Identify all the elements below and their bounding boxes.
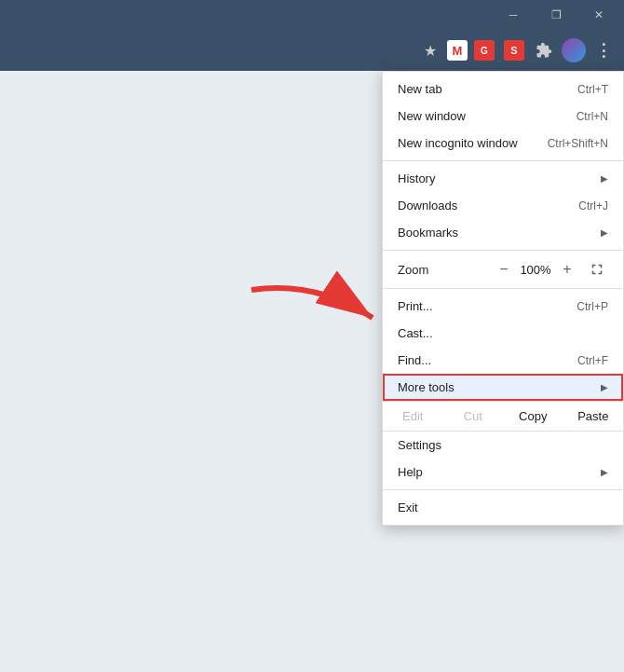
menu-item-history[interactable]: History ▶: [383, 165, 623, 192]
avatar-image: [562, 38, 586, 62]
menu-item-new-incognito[interactable]: New incognito window Ctrl+Shift+N: [383, 130, 623, 157]
extensions-icon[interactable]: [531, 37, 557, 63]
divider-2: [383, 250, 623, 251]
profile-avatar[interactable]: [561, 37, 587, 63]
divider-1: [383, 160, 623, 161]
menu-item-settings[interactable]: Settings: [383, 432, 623, 459]
menu-item-more-tools[interactable]: More tools ▶: [383, 374, 623, 401]
zoom-value: 100%: [515, 263, 556, 277]
bookmark-icon[interactable]: ★: [417, 37, 443, 63]
menu-item-print[interactable]: Print... Ctrl+P: [383, 293, 623, 320]
menu-item-exit[interactable]: Exit: [383, 494, 623, 521]
menu-item-find[interactable]: Find... Ctrl+F: [383, 347, 623, 374]
menu-item-new-tab[interactable]: New tab Ctrl+T: [383, 75, 623, 103]
menu-item-downloads[interactable]: Downloads Ctrl+J: [383, 192, 623, 219]
paste-button[interactable]: Paste: [563, 402, 624, 431]
titlebar: ─ ❐ ✕: [0, 0, 624, 30]
minimize-button[interactable]: ─: [492, 0, 535, 30]
menu-item-help[interactable]: Help ▶: [383, 459, 623, 486]
more-options-icon[interactable]: ⋮: [590, 37, 617, 63]
copy-button[interactable]: Copy: [503, 402, 563, 431]
chrome-menu: New tab Ctrl+T New window Ctrl+N New inc…: [382, 71, 624, 526]
cut-button: Cut: [443, 402, 504, 431]
menu-item-new-window[interactable]: New window Ctrl+N: [383, 103, 623, 130]
fullscreen-button[interactable]: [586, 258, 608, 281]
divider-3: [383, 288, 623, 289]
zoom-in-button[interactable]: +: [556, 258, 578, 281]
red-arrow: [242, 271, 391, 346]
menu-item-cast[interactable]: Cast...: [383, 320, 623, 347]
edit-button: Edit: [383, 402, 443, 431]
divider-4: [383, 489, 623, 490]
menu-item-bookmarks[interactable]: Bookmarks ▶: [383, 219, 623, 246]
ext1-icon[interactable]: G: [471, 37, 497, 63]
zoom-row: Zoom − 100% +: [383, 254, 623, 284]
browser-toolbar: ★ M G S ⋮: [0, 30, 624, 71]
restore-button[interactable]: ❐: [535, 0, 577, 30]
ext2-icon[interactable]: S: [501, 37, 527, 63]
edit-row: Edit Cut Copy Paste: [383, 401, 623, 432]
browser-content: New tab Ctrl+T New window Ctrl+N New inc…: [0, 71, 624, 672]
close-button[interactable]: ✕: [577, 0, 620, 30]
gmail-extension-icon[interactable]: M: [447, 40, 468, 61]
zoom-out-button[interactable]: −: [493, 258, 515, 281]
